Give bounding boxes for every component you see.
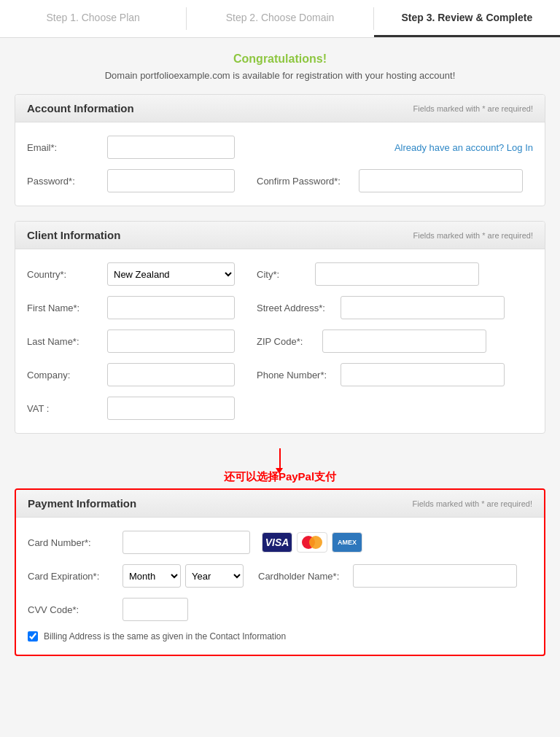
amex-label: AMEX [338, 539, 357, 546]
password-field[interactable] [107, 169, 235, 192]
vat-field[interactable] [107, 397, 235, 420]
firstname-street-row: First Name*: Street Address*: [27, 296, 533, 319]
phone-field[interactable] [341, 363, 505, 386]
country-label: Country*: [27, 269, 107, 280]
first-name-label: First Name*: [27, 303, 107, 313]
login-link[interactable]: Already have an account? Log In [394, 142, 533, 153]
payment-information-section: Payment Information Fields marked with *… [15, 488, 545, 656]
company-phone-row: Company: Phone Number*: [27, 363, 533, 386]
first-name-field[interactable] [107, 296, 235, 319]
zip-field[interactable] [322, 329, 486, 353]
company-label: Company: [27, 370, 107, 381]
card-number-label: Card Number*: [28, 537, 122, 548]
expiry-selects: Month 010203 040506 070809 101112 Year 2… [122, 564, 244, 588]
expiry-month-select[interactable]: Month 010203 040506 070809 101112 [122, 564, 181, 588]
confirm-password-label: Confirm Password*: [257, 176, 359, 187]
client-section-body: Country*: New Zealand Australia United S… [15, 249, 545, 433]
street-field[interactable] [341, 296, 505, 319]
visa-label: VISA [265, 537, 289, 548]
step3-label: Step 3. Review & Complete [401, 12, 532, 23]
email-right: Already have an account? Log In [394, 142, 533, 153]
last-name-field[interactable] [107, 329, 235, 353]
account-required-note: Fields marked with * are required! [413, 104, 533, 113]
amex-icon: AMEX [332, 532, 362, 553]
client-section-header: Client Information Fields marked with * … [15, 222, 545, 249]
account-section-title: Account Information [27, 102, 134, 114]
step2-label: Step 2. Choose Domain [226, 12, 335, 23]
card-number-row: Card Number*: VISA AMEX [28, 531, 532, 554]
last-name-label: Last Name*: [27, 336, 107, 347]
paypal-note: 还可以选择PayPal支付 [15, 448, 545, 484]
company-field[interactable] [107, 363, 235, 386]
step1-label: Step 1. Choose Plan [46, 12, 139, 23]
account-section-body: Email*: Already have an account? Log In … [15, 122, 545, 206]
step2-nav[interactable]: Step 2. Choose Domain [187, 0, 373, 37]
email-left: Email*: [27, 136, 380, 159]
step3-nav[interactable]: Step 3. Review & Complete [374, 0, 560, 37]
congrats-section: Congratulations! Domain portfolioexample… [15, 52, 545, 81]
card-expiry-row: Card Expiration*: Month 010203 040506 07… [28, 564, 532, 588]
step1-nav[interactable]: Step 1. Choose Plan [0, 0, 186, 37]
main-content: Congratulations! Domain portfolioexample… [0, 38, 560, 685]
card-number-field[interactable] [122, 531, 250, 554]
vat-row: VAT : [27, 397, 533, 420]
cardholder-name-field[interactable] [353, 564, 517, 588]
cvv-field[interactable] [122, 598, 188, 621]
email-field[interactable] [107, 136, 235, 159]
client-information-section: Client Information Fields marked with * … [15, 221, 545, 434]
billing-checkbox-label: Billing Address is the same as given in … [44, 631, 286, 642]
account-section-header: Account Information Fields marked with *… [15, 95, 545, 122]
svg-point-1 [309, 536, 322, 549]
password-label: Password*: [27, 176, 107, 187]
cvv-row: CVV Code*: [28, 598, 532, 621]
vat-label: VAT : [27, 403, 107, 414]
cvv-label: CVV Code*: [28, 604, 122, 615]
phone-label: Phone Number*: [257, 370, 341, 381]
client-section-title: Client Information [27, 229, 120, 241]
mastercard-icon [297, 532, 327, 553]
steps-navigation: Step 1. Choose Plan Step 2. Choose Domai… [0, 0, 560, 38]
password-row: Password*: Confirm Password*: [27, 169, 533, 192]
payment-section-body: Card Number*: VISA AMEX [16, 518, 544, 655]
card-expiry-label: Card Expiration*: [28, 571, 122, 582]
city-field[interactable] [315, 262, 479, 286]
zip-label: ZIP Code*: [257, 336, 322, 347]
card-icons-group: VISA AMEX [262, 532, 362, 553]
account-information-section: Account Information Fields marked with *… [15, 94, 545, 206]
country-city-row: Country*: New Zealand Australia United S… [27, 262, 533, 286]
cardholder-label: Cardholder Name*: [258, 571, 353, 582]
billing-same-checkbox[interactable] [28, 631, 38, 642]
email-label: Email*: [27, 142, 107, 153]
city-label: City*: [257, 269, 315, 280]
client-required-note: Fields marked with * are required! [413, 231, 533, 240]
payment-section-header: Payment Information Fields marked with *… [16, 490, 544, 518]
confirm-password-field[interactable] [359, 169, 523, 192]
country-select[interactable]: New Zealand Australia United States Unit… [107, 262, 235, 286]
congrats-title: Congratulations! [15, 52, 545, 66]
lastname-zip-row: Last Name*: ZIP Code*: [27, 329, 533, 353]
street-label: Street Address*: [257, 303, 341, 313]
expiry-year-select[interactable]: Year 202420252026 202720282029 2030 [185, 564, 244, 588]
congrats-message: Domain portfolioexample.com is available… [15, 70, 545, 81]
email-row: Email*: Already have an account? Log In [27, 136, 533, 159]
billing-checkbox-row: Billing Address is the same as given in … [28, 631, 532, 642]
payment-section-title: Payment Information [28, 497, 136, 510]
arrow-annotation [15, 448, 545, 469]
visa-icon: VISA [262, 532, 292, 553]
payment-required-note: Fields marked with * are required! [413, 499, 532, 508]
